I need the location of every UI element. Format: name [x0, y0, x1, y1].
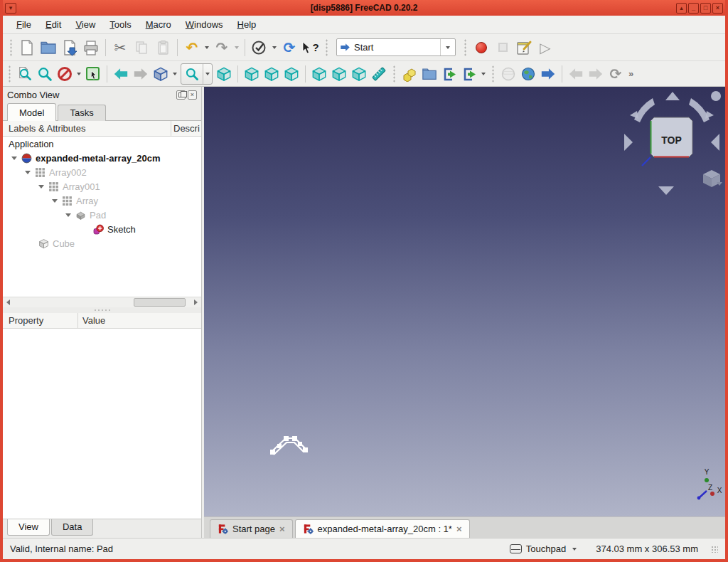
tree-item-application[interactable]: Application — [3, 137, 201, 151]
tab-data-properties[interactable]: Data — [51, 519, 93, 536]
toolbar-handle[interactable] — [491, 65, 495, 83]
export-alt-button[interactable] — [459, 64, 479, 84]
resize-grip[interactable] — [711, 546, 718, 553]
macro-execute-button[interactable]: ▷ — [535, 37, 556, 58]
toolbar-handle[interactable] — [325, 39, 328, 56]
tree-item-sketch[interactable]: Sketch — [3, 222, 201, 236]
panel-splitter[interactable] — [3, 307, 201, 313]
nav-cube-label[interactable]: TOP — [661, 134, 682, 146]
nav-forward-button[interactable] — [131, 64, 151, 84]
redo-dropdown-icon[interactable] — [235, 46, 239, 49]
fit-selection-button[interactable] — [35, 64, 55, 84]
menu-tools[interactable]: Tools — [103, 17, 137, 32]
property-editor[interactable] — [3, 329, 201, 519]
tree-item-cube[interactable]: Cube — [3, 236, 201, 250]
measure-button[interactable] — [369, 64, 389, 84]
open-folder-button[interactable] — [419, 64, 439, 84]
tree-item-array[interactable]: Array — [3, 193, 201, 208]
select-box-button[interactable] — [83, 64, 103, 84]
tree-item-pad[interactable]: Pad — [3, 208, 201, 222]
open-document-button[interactable] — [38, 37, 59, 58]
view-front-button[interactable] — [242, 64, 262, 84]
refresh-validate-button[interactable] — [249, 37, 270, 58]
sketch-geometry[interactable] — [267, 430, 316, 460]
isometric-dropdown-icon[interactable] — [173, 73, 177, 75]
nav-style-dropdown-icon[interactable] — [572, 548, 577, 551]
3d-view[interactable]: TOP — [204, 87, 725, 516]
menu-view[interactable]: View — [69, 17, 102, 32]
whats-this-button[interactable]: ? — [300, 37, 321, 58]
nav-back-button[interactable] — [111, 64, 131, 84]
scrollbar-thumb[interactable] — [134, 298, 186, 307]
view-right-button[interactable] — [282, 64, 301, 84]
menu-file[interactable]: File — [10, 17, 38, 32]
workbench-dropdown-icon[interactable] — [446, 46, 450, 49]
nav-style-selector[interactable]: Touchpad — [526, 544, 566, 554]
macro-stop-button[interactable] — [492, 37, 513, 58]
open-website-button[interactable] — [518, 64, 538, 84]
property-column-header[interactable]: Property Value — [3, 313, 201, 329]
toolbar-handle[interactable] — [464, 39, 467, 56]
new-document-button[interactable] — [16, 37, 38, 58]
navigation-cube[interactable]: TOP — [609, 88, 724, 196]
view-top-button[interactable] — [262, 64, 282, 84]
toolbar-handle[interactable] — [9, 39, 13, 56]
part-simple-copy-button[interactable] — [400, 64, 419, 84]
browser-refresh-button[interactable]: ⟳ — [606, 64, 626, 84]
tree-item-array002[interactable]: Array002 — [3, 165, 201, 179]
undo-dropdown-icon[interactable] — [205, 46, 209, 49]
value-header-label[interactable]: Value — [82, 315, 105, 326]
close-panel-icon[interactable]: × — [188, 90, 197, 100]
maximize-window-button[interactable]: □ — [700, 3, 711, 14]
export-button[interactable] — [439, 64, 459, 84]
view-left-button[interactable] — [349, 64, 369, 84]
tab-tasks[interactable]: Tasks — [58, 105, 105, 121]
toolbar-handle[interactable] — [8, 65, 11, 83]
expander-icon[interactable] — [52, 199, 58, 203]
draw-style-dropdown-icon[interactable] — [77, 73, 81, 75]
expander-icon[interactable] — [11, 157, 17, 160]
close-tab-icon[interactable]: × — [279, 524, 285, 534]
browser-back-button[interactable] — [566, 64, 586, 84]
draw-style-button[interactable] — [55, 64, 75, 84]
close-window-button[interactable]: × — [712, 3, 723, 14]
menu-macro[interactable]: Macro — [139, 17, 178, 32]
view-bottom-button[interactable] — [329, 64, 349, 84]
expander-icon[interactable] — [25, 171, 31, 174]
tree-column-header[interactable]: Labels & Attributes Descri — [3, 121, 201, 137]
fit-all-button[interactable] — [15, 64, 35, 84]
minimize-window-button[interactable]: _ — [688, 3, 699, 14]
shade-window-button[interactable]: ▴ — [676, 3, 687, 14]
menu-help[interactable]: Help — [231, 17, 263, 32]
axonometric-view-button[interactable] — [214, 64, 234, 84]
view-rear-button[interactable] — [309, 64, 329, 84]
scroll-left-icon[interactable] — [3, 297, 14, 307]
copy-button[interactable] — [131, 37, 152, 58]
zoom-dropdown-icon[interactable] — [205, 73, 210, 75]
tree-item-document[interactable]: expanded-metal-array_20cm — [3, 151, 201, 165]
workbench-selector[interactable]: Start — [336, 38, 456, 56]
print-button[interactable] — [80, 37, 102, 58]
toolbar-overflow-button[interactable]: » — [628, 68, 633, 79]
export-dropdown-icon[interactable] — [481, 73, 486, 75]
go-button[interactable] — [538, 64, 558, 84]
browser-forward-button[interactable] — [586, 64, 606, 84]
menu-windows[interactable]: Windows — [179, 17, 230, 32]
validate-dropdown-icon[interactable] — [272, 46, 277, 49]
tab-start-page[interactable]: Start page × — [210, 519, 293, 538]
description-header[interactable]: Descri — [173, 123, 200, 134]
close-tab-icon[interactable]: × — [456, 524, 462, 534]
zoom-split-button[interactable] — [181, 63, 213, 85]
macro-edit-button[interactable] — [513, 37, 535, 58]
redo-button[interactable]: ↷ — [211, 37, 232, 58]
paste-button[interactable] — [152, 37, 173, 58]
tab-model[interactable]: Model — [7, 103, 56, 121]
isometric-view-button[interactable] — [151, 64, 171, 84]
expander-icon[interactable] — [38, 185, 44, 189]
refresh-button[interactable]: ⟳ — [279, 37, 300, 58]
cut-button[interactable]: ✂ — [109, 37, 131, 58]
labels-attributes-header[interactable]: Labels & Attributes — [3, 123, 85, 134]
tree-horizontal-scrollbar[interactable] — [3, 297, 201, 307]
property-header-label[interactable]: Property — [3, 315, 43, 326]
undo-button[interactable]: ↶ — [181, 37, 203, 58]
